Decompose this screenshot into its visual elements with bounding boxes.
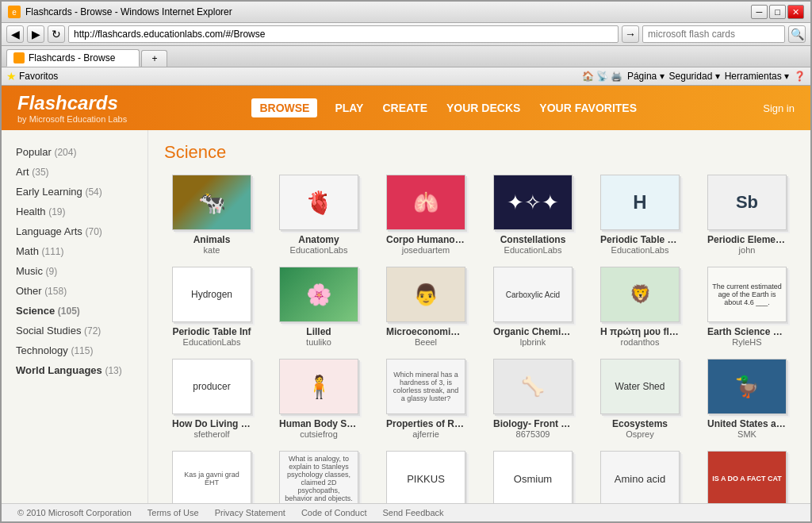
card-author-hydrogen: EducationLabs: [183, 337, 241, 347]
sidebar-item-popular[interactable]: Popular (204): [10, 142, 140, 162]
code-of-conduct-link[interactable]: Code of Conduct: [301, 508, 367, 517]
card-lilled[interactable]: 🌸 Lilled tuuliko: [271, 267, 366, 347]
card-author-biology: 8675309: [516, 429, 550, 439]
card-title-corpo: Corpo Humano - S: [386, 234, 465, 245]
card-author-ecosystems: Osprey: [626, 429, 653, 439]
card-proto[interactable]: 🦁 Η πρώτη μου flas rodanthos: [592, 267, 688, 347]
card-amino[interactable]: Amino acid Amino acid: [592, 451, 688, 503]
sidebar-item-music[interactable]: Music (9): [10, 261, 140, 281]
card-author-us: SMK: [737, 429, 756, 439]
active-tab[interactable]: Flashcards - Browse: [6, 49, 140, 67]
card-microeconomic[interactable]: 👨 Microeconomic Co Beeel: [378, 267, 473, 347]
tools-menu[interactable]: Herramientas ▾: [725, 71, 789, 82]
card-us[interactable]: 🦆 United States and SMK: [699, 359, 795, 439]
sidebar-item-early-learning[interactable]: Early Learning (54): [10, 182, 140, 202]
card-what[interactable]: What is analogy, to explain to Stanleys …: [271, 451, 366, 503]
card-title-periodic-table: Periodic Table of t: [600, 234, 680, 245]
card-fact[interactable]: IS A DO A FACT CAT: [699, 451, 795, 503]
tab-bar: Flashcards - Browse +: [2, 46, 810, 67]
main-nav: BROWSE PLAY CREATE YOUR DECKS YOUR FAVOR…: [251, 98, 638, 117]
card-earth[interactable]: The current estimated age of the Earth i…: [699, 267, 795, 347]
card-osmium[interactable]: Osmium Osmium: [485, 451, 580, 503]
card-animals[interactable]: 🐄 Animals kate: [164, 175, 259, 255]
card-hydrogen[interactable]: Hydrogen Periodic Table Inf EducationLab…: [164, 267, 259, 347]
card-author-lilled: tuuliko: [306, 337, 331, 347]
sidebar-item-other[interactable]: Other (158): [10, 281, 140, 301]
card-pikkus[interactable]: PIKKUS PIKKUS: [378, 451, 473, 503]
nav-play[interactable]: PLAY: [333, 98, 365, 117]
card-image-pikkus: PIKKUS: [386, 451, 465, 503]
tab-favicon: [13, 52, 25, 63]
card-image-lilled: 🌸: [279, 267, 358, 322]
card-author-constellations: EducationLabs: [504, 245, 562, 255]
card-periodic-table[interactable]: H Periodic Table of t EducationLabs: [592, 175, 688, 255]
card-title-human-body: Human Body Syst: [279, 418, 358, 429]
card-ecosystems[interactable]: Water Shed Ecosystems Osprey: [592, 359, 688, 439]
search-input[interactable]: [642, 25, 785, 43]
card-periodic-elements[interactable]: Sb Periodic Elements john: [699, 175, 795, 255]
back-button[interactable]: ◀: [6, 25, 24, 43]
feedback-link[interactable]: Send Feedback: [382, 508, 443, 517]
favorites-button[interactable]: ★ Favoritos: [6, 70, 58, 83]
forward-button[interactable]: ▶: [27, 25, 44, 43]
nav-create[interactable]: CREATE: [381, 98, 429, 117]
card-image-properties: Which mineral has a hardness of 3, is co…: [386, 359, 465, 414]
logo-title: Flashcards: [17, 92, 127, 114]
address-bar[interactable]: [68, 25, 619, 43]
card-constellations[interactable]: ✦✧✦ Constellations EducationLabs: [485, 175, 580, 255]
toolbar-bar: ★ Favoritos 🏠 📡 🖨️ Página ▾ Seguridad ▾ …: [2, 67, 810, 86]
favorites-label: Favoritos: [19, 71, 58, 82]
toolbar-icons[interactable]: 🏠 📡 🖨️: [582, 71, 622, 82]
feeds-icon[interactable]: 📡: [596, 71, 608, 82]
sidebar-item-science[interactable]: Science (105): [10, 301, 140, 321]
card-title-animals: Animals: [193, 234, 231, 245]
maximize-button[interactable]: □: [769, 5, 786, 19]
search-button[interactable]: 🔍: [788, 25, 806, 43]
app-wrapper: Flashcards by Microsoft Education Labs B…: [2, 86, 810, 521]
new-tab[interactable]: +: [141, 50, 167, 67]
card-image-fact: IS A DO A FACT CAT: [707, 451, 787, 503]
card-corpo[interactable]: 🫁 Corpo Humano - S joseduartem: [378, 175, 473, 255]
card-anatomy[interactable]: 🫀 Anatomy EducationLabs: [271, 175, 366, 255]
sidebar-item-social-studies[interactable]: Social Studies (72): [10, 321, 140, 340]
card-biology[interactable]: 🦴 Biology- Front Mo 8675309: [485, 359, 580, 439]
sidebar-item-health[interactable]: Health (19): [10, 202, 140, 221]
nav-your-favorites[interactable]: YOUR FAVORITES: [538, 98, 638, 117]
card-image-living: producer: [172, 359, 251, 414]
minimize-button[interactable]: ─: [751, 5, 768, 19]
card-organic[interactable]: Carboxylic Acid Organic Chemistry lpbrin…: [485, 267, 580, 347]
card-image-earth: The current estimated age of the Earth i…: [707, 267, 787, 322]
card-title-living: How Do Living Th: [172, 418, 251, 429]
privacy-link[interactable]: Privacy Statement: [215, 508, 285, 517]
card-image-osmium: Osmium: [493, 451, 573, 503]
sidebar-item-language-arts[interactable]: Language Arts (70): [10, 221, 140, 241]
nav-browse[interactable]: BROWSE: [251, 98, 317, 117]
sidebar: Popular (204) Art (35) Early Learning (5…: [2, 130, 148, 503]
sidebar-item-math[interactable]: Math (111): [10, 241, 140, 261]
security-menu[interactable]: Seguridad ▾: [669, 71, 720, 82]
go-button[interactable]: →: [622, 25, 639, 43]
sidebar-item-world-languages[interactable]: World Languages (13): [10, 360, 140, 380]
window-title: Flashcards - Browse - Windows Internet E…: [25, 6, 232, 17]
terms-link[interactable]: Terms of Use: [147, 508, 199, 517]
card-title-anatomy: Anatomy: [298, 234, 339, 245]
close-button[interactable]: ✕: [787, 5, 804, 19]
card-image-kas: Kas ja gavni grad ĒHT: [172, 451, 251, 503]
card-image-organic: Carboxylic Acid: [493, 267, 573, 322]
signin-link[interactable]: Sign in: [763, 102, 795, 114]
card-human-body[interactable]: 🧍 Human Body Syst cutsiefrog: [271, 359, 366, 439]
page-menu[interactable]: Página ▾: [627, 71, 665, 82]
refresh-button[interactable]: ↻: [48, 25, 65, 43]
card-title-us: United States and: [707, 418, 787, 429]
sidebar-item-technology[interactable]: Technology (115): [10, 340, 140, 360]
card-image-periodic-table: H: [600, 175, 680, 230]
sidebar-item-art[interactable]: Art (35): [10, 162, 140, 182]
nav-your-decks[interactable]: YOUR DECKS: [445, 98, 522, 117]
browser-icon: e: [8, 6, 21, 18]
help-button[interactable]: ❓: [794, 71, 806, 82]
print-icon[interactable]: 🖨️: [611, 71, 622, 82]
card-kas[interactable]: Kas ja gavni grad ĒHT Kas ja gavni grad …: [164, 451, 259, 503]
card-living[interactable]: producer How Do Living Th sfetherolf: [164, 359, 259, 439]
card-properties[interactable]: Which mineral has a hardness of 3, is co…: [378, 359, 473, 439]
home-icon[interactable]: 🏠: [582, 71, 594, 82]
